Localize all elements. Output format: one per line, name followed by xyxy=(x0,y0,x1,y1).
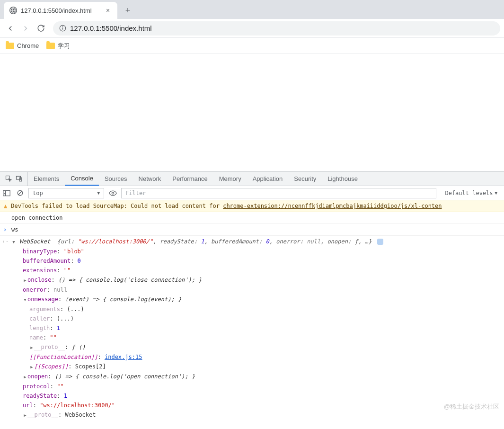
prompt-icon: › xyxy=(3,225,7,234)
console-output: open connection › ws ‹· WebSocket {url: … xyxy=(0,212,504,421)
tab-application[interactable]: Application xyxy=(247,172,289,186)
expand-toggle[interactable] xyxy=(23,410,27,420)
log-text: open connection xyxy=(11,214,62,221)
device-toolbar-icon[interactable] xyxy=(14,174,24,184)
chevron-down-icon: ▼ xyxy=(495,191,497,196)
expand-toggle[interactable] xyxy=(23,275,27,285)
console-sidebar-icon[interactable] xyxy=(2,188,11,198)
warning-icon: ▲ xyxy=(4,203,7,209)
tab-performance[interactable]: Performance xyxy=(167,172,213,186)
log-message: open connection xyxy=(0,212,504,224)
warning-link[interactable]: chrome-extension://ncennffkjdiamlpmcbajk… xyxy=(223,203,442,209)
bookmark-chrome[interactable]: Chrome xyxy=(6,42,39,49)
tab-elements[interactable]: Elements xyxy=(28,172,65,186)
watermark: @稀土掘金技术社区 xyxy=(444,402,499,411)
expand-toggle[interactable] xyxy=(29,342,34,352)
console-toolbar: top ▼ Default levels ▼ xyxy=(0,186,504,200)
expand-toggle[interactable] xyxy=(23,295,27,304)
svg-rect-7 xyxy=(3,190,10,196)
back-button[interactable] xyxy=(4,22,17,35)
clear-console-icon[interactable] xyxy=(15,188,25,198)
source-link[interactable]: index.js:15 xyxy=(105,354,142,360)
tab-lighthouse[interactable]: Lighthouse xyxy=(322,172,363,186)
browser-tab[interactable]: 127.0.0.1:5500/index.html × xyxy=(4,2,117,19)
svg-line-10 xyxy=(18,191,22,195)
object-summary[interactable]: WebSocket {url: "ws://localhost:3000/", … xyxy=(19,238,375,245)
tab-security[interactable]: Security xyxy=(288,172,322,186)
return-icon: ‹· xyxy=(2,237,9,246)
expand-toggle[interactable] xyxy=(11,237,16,247)
globe-icon xyxy=(9,7,17,14)
url-text: 127.0.0.1:5500/index.html xyxy=(70,24,152,32)
address-bar[interactable]: 127.0.0.1:5500/index.html xyxy=(53,21,500,36)
info-icon[interactable] xyxy=(59,25,66,32)
levels-label: Default levels xyxy=(445,190,493,197)
close-icon[interactable]: × xyxy=(104,7,112,14)
svg-point-3 xyxy=(62,27,63,27)
bookmark-label: Chrome xyxy=(17,42,39,49)
live-expression-icon[interactable] xyxy=(108,188,117,198)
tab-memory[interactable]: Memory xyxy=(213,172,247,186)
browser-toolbar: 127.0.0.1:5500/index.html xyxy=(0,19,504,38)
folder-icon xyxy=(6,43,14,49)
svg-point-11 xyxy=(112,192,114,194)
tab-console[interactable]: Console xyxy=(65,172,99,186)
sourcemap-warning: ▲ DevTools failed to load SourceMap: Cou… xyxy=(0,200,504,212)
warning-text: DevTools failed to load SourceMap: Could… xyxy=(11,203,223,209)
input-text: ws xyxy=(11,226,18,233)
new-tab-button[interactable]: + xyxy=(121,4,134,17)
bookmarks-bar: Chrome 学习 xyxy=(0,38,504,54)
tab-network[interactable]: Network xyxy=(133,172,167,186)
tab-title: 127.0.0.1:5500/index.html xyxy=(21,7,100,14)
filter-input[interactable] xyxy=(121,188,436,198)
bookmark-study[interactable]: 学习 xyxy=(46,42,70,50)
context-value: top xyxy=(33,190,43,197)
reload-button[interactable] xyxy=(34,22,47,35)
tab-sources[interactable]: Sources xyxy=(99,172,133,186)
info-badge-icon[interactable] xyxy=(377,239,383,245)
folder-icon xyxy=(46,43,55,49)
expand-toggle[interactable] xyxy=(29,362,34,372)
devtools-tabs: Elements Console Sources Network Perform… xyxy=(0,172,504,186)
object-tree: binaryType: "blob" bufferedAmount: 0 ext… xyxy=(11,247,500,420)
inspect-element-icon[interactable] xyxy=(4,174,13,184)
devtools: Elements Console Sources Network Perform… xyxy=(0,171,504,421)
console-result: ‹· WebSocket {url: "ws://localhost:3000/… xyxy=(0,236,504,421)
context-selector[interactable]: top ▼ xyxy=(28,188,104,198)
forward-button[interactable] xyxy=(19,22,32,35)
console-input-echo: › ws xyxy=(0,224,504,236)
chevron-down-icon: ▼ xyxy=(97,191,100,196)
bookmark-label: 学习 xyxy=(58,42,70,50)
page-viewport xyxy=(0,54,504,171)
tab-strip: 127.0.0.1:5500/index.html × + xyxy=(0,0,504,19)
expand-toggle[interactable] xyxy=(23,372,27,382)
log-levels-selector[interactable]: Default levels ▼ xyxy=(440,190,502,197)
